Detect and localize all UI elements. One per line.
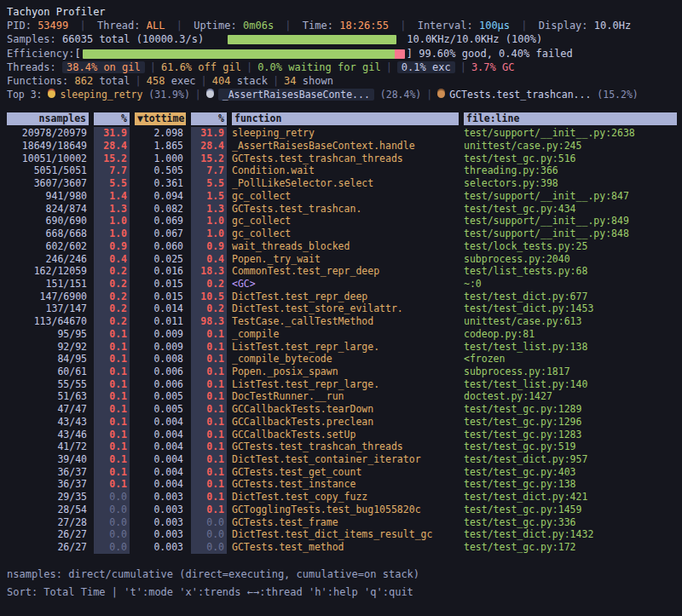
table-row: 602/6020.90.0600.9wait_threads_blockedte… — [7, 240, 677, 253]
tottime-cell: 1.000 — [135, 153, 186, 165]
function-cell: CommonTest.test_repr_deep — [232, 265, 459, 278]
column-header-2[interactable]: ▼tottime — [135, 112, 186, 125]
direct-pct-cell: 0.2 — [94, 278, 130, 291]
file-line-cell: test/support/__init__.py:847 — [464, 190, 677, 203]
table-row: 55/550.10.0060.1ListTest.test_repr_large… — [7, 378, 677, 391]
keybar-line: Sort: Total Time | 't':mode 'x':trends ←… — [7, 584, 682, 602]
top3-functions: sleeping_retry (31.9%)|_AssertRaisesBase… — [48, 89, 638, 101]
cumulative-pct-cell: 0.1 — [191, 440, 227, 453]
function-cell: _compile_bytecode — [232, 353, 459, 366]
thread-stat: 38.4% on gil — [62, 61, 145, 73]
file-line-cell: test/support/__init__.py:849 — [464, 215, 677, 227]
separator: | — [136, 75, 142, 87]
function-cell: GCCallbackTests.setUp — [232, 429, 459, 441]
direct-pct-cell: 7.7 — [94, 164, 130, 177]
nsamples-cell: 55/55 — [7, 378, 89, 391]
tottime-cell: 2.098 — [135, 127, 186, 140]
cumulative-pct-cell: 0.0 — [191, 541, 227, 554]
tottime-cell: 0.009 — [135, 328, 186, 341]
cumulative-pct-cell: 31.9 — [191, 127, 227, 140]
column-header-3[interactable]: % — [191, 112, 227, 125]
file-line-cell: test/test_dict.py:957 — [464, 453, 677, 466]
thread-stat: 0.0% waiting for gil — [257, 61, 381, 73]
cumulative-pct-cell: 28.4 — [191, 140, 227, 153]
file-line-cell: selectors.py:398 — [464, 177, 677, 190]
direct-pct-cell: 0.1 — [94, 416, 130, 429]
tottime-cell: 0.015 — [135, 278, 186, 291]
threads-label: Threads: — [7, 61, 56, 73]
direct-pct-cell: 1.3 — [94, 203, 130, 216]
nsamples-cell: 36/37 — [7, 466, 89, 479]
function-cell: Popen._posix_spawn — [232, 366, 459, 378]
table-row: 41/720.10.0040.1GCTests.test_trashcan_th… — [7, 440, 677, 453]
direct-pct-cell: 0.1 — [94, 390, 130, 403]
tottime-cell: 0.060 — [135, 240, 186, 253]
function-cell: GCCallbackTests.preclean — [232, 416, 459, 429]
separator: | — [195, 89, 201, 101]
file-line-cell: test/test_gc.py:1283 — [464, 429, 677, 441]
cumulative-pct-cell: 0.1 — [191, 390, 227, 403]
separator: | — [400, 20, 406, 32]
table-row: 84/950.10.0080.1_compile_bytecode<frozen… — [7, 353, 677, 366]
tottime-cell: 0.025 — [135, 253, 186, 266]
function-count-value: 458 — [147, 75, 165, 87]
cumulative-pct-cell: 0.1 — [191, 341, 227, 354]
function-cell: gc_collect — [232, 227, 459, 240]
direct-pct-cell: 0.1 — [94, 429, 130, 441]
efficiency-label: Efficiency: — [7, 48, 74, 60]
nsamples-cell: 668/668 — [7, 227, 89, 240]
direct-pct-cell: 0.1 — [94, 341, 130, 354]
column-header-0[interactable]: nsamples — [7, 112, 89, 125]
cumulative-pct-cell: 0.1 — [191, 378, 227, 391]
file-line-cell: test/test_dict.py:1432 — [464, 528, 677, 541]
time-label: Time: — [303, 20, 333, 32]
cumulative-pct-cell: 1.0 — [191, 227, 227, 240]
function-cell: ListTest.test_repr_large.<locals>.check — [232, 341, 459, 354]
function-cell: DictTest.test_copy_fuzz — [232, 491, 459, 504]
cumulative-pct-cell: 0.1 — [191, 328, 227, 341]
direct-pct-cell: 15.2 — [94, 153, 130, 165]
app-title: Tachyon Profiler — [7, 5, 682, 19]
nsamples-cell: 10051/10002 — [7, 153, 89, 165]
table-row: 29/350.00.0030.1DictTest.test_copy_fuzzt… — [7, 491, 677, 504]
top-function-name: _AssertRaisesBaseConte... — [218, 89, 374, 101]
nsamples-cell: 47/47 — [7, 403, 89, 416]
direct-pct-cell: 5.5 — [94, 177, 130, 190]
nsamples-cell: 151/151 — [7, 278, 89, 291]
table-header-row: nsamples%▼tottime%functionfile:line — [7, 112, 677, 125]
column-header-5[interactable]: file:line — [464, 112, 677, 125]
direct-pct-cell: 1.0 — [94, 227, 130, 240]
function-cell: GCTests.test_frame — [232, 516, 459, 529]
thread-stat: 61.6% off gil — [161, 61, 241, 73]
separator: | — [150, 61, 156, 73]
table-row: 27/280.00.0030.0GCTests.test_frametest/t… — [7, 516, 677, 529]
function-cell: Condition.wait — [232, 164, 459, 177]
efficiency-summary: 99.60% good, 0.40% failed — [419, 48, 573, 60]
column-header-4[interactable]: function — [232, 112, 459, 125]
nsamples-cell: 43/46 — [7, 429, 89, 441]
column-header-1[interactable]: % — [94, 112, 130, 125]
nsamples-cell: 941/980 — [7, 190, 89, 203]
top-function-percent: (28.4%) — [380, 89, 421, 101]
cumulative-pct-cell: 0.1 — [191, 478, 227, 491]
cumulative-pct-cell: 0.2 — [191, 302, 227, 315]
time-value: 18:26:55 — [339, 20, 389, 32]
file-line-cell: test/test_gc.py:516 — [464, 153, 677, 165]
function-cell: GCTests.test_trashcan_threads — [232, 153, 459, 165]
table-row: 43/430.10.0040.1GCCallbackTests.preclean… — [7, 416, 677, 429]
nsamples-cell: 113/64670 — [7, 315, 89, 328]
tottime-cell: 0.004 — [135, 466, 186, 479]
tottime-cell: 1.865 — [135, 140, 186, 153]
thread-stat: 3.7% GC — [471, 61, 515, 73]
nsamples-cell: 690/690 — [7, 215, 89, 227]
file-line-cell: unittest/case.py:245 — [464, 140, 677, 153]
tottime-cell: 0.015 — [135, 291, 186, 303]
direct-pct-cell: 0.9 — [94, 240, 130, 253]
direct-pct-cell: 28.4 — [94, 140, 130, 153]
file-line-cell: test/test_gc.py:434 — [464, 203, 677, 216]
separator: | — [273, 75, 279, 87]
file-line-cell: test/test_gc.py:172 — [464, 541, 677, 554]
separator: | — [426, 89, 432, 101]
nsamples-cell: 36/37 — [7, 478, 89, 491]
table-row: 824/8741.30.0821.3GCTests.test_trashcan.… — [7, 203, 677, 216]
